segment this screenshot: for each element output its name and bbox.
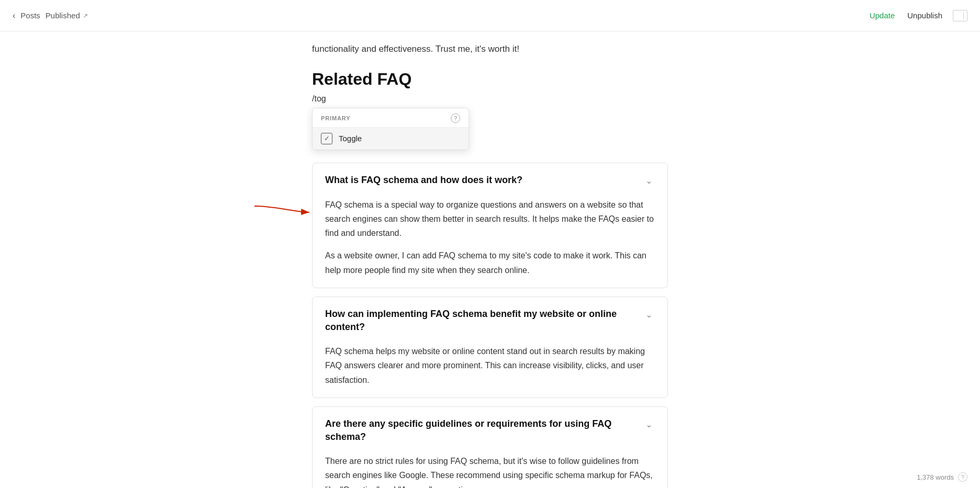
faq-item-2: How can implementing FAQ schema benefit …: [312, 297, 668, 398]
dropdown-help-icon[interactable]: ?: [451, 114, 460, 123]
dropdown-section-label: PRIMARY: [321, 115, 350, 121]
top-navigation: ‹ Posts Published ↗ Update Unpublish: [0, 0, 980, 31]
faq-question-2: How can implementing FAQ schema benefit …: [325, 308, 642, 334]
faq-question-1: What is FAQ schema and how does it work?: [325, 174, 642, 187]
faq-question-3: Are there any specific guidelines or req…: [325, 417, 642, 444]
word-count: 1,378 words: [917, 473, 954, 481]
toggle-option[interactable]: Toggle: [313, 128, 469, 150]
word-count-help-icon[interactable]: ?: [958, 472, 967, 482]
command-dropdown: PRIMARY ? Toggle: [312, 108, 469, 150]
red-arrow-indicator: [249, 201, 312, 224]
faq-answer-1: FAQ schema is a special way to organize …: [313, 198, 667, 288]
faq-chevron-3: ⌄: [642, 418, 655, 431]
faq-question-row-3[interactable]: Are there any specific guidelines or req…: [313, 407, 667, 454]
faq-answer-1-p2: As a website owner, I can add FAQ schema…: [325, 248, 655, 277]
faq-chevron-2: ⌄: [642, 309, 655, 321]
faq-question-row-2[interactable]: How can implementing FAQ schema benefit …: [313, 297, 667, 344]
faq-answer-1-p1: FAQ schema is a special way to organize …: [325, 198, 655, 241]
faq-answer-3-p1: There are no strict rules for using FAQ …: [325, 454, 655, 488]
published-status: Published ↗: [46, 11, 88, 20]
nav-left: ‹ Posts Published ↗: [13, 11, 88, 20]
external-link-icon[interactable]: ↗: [83, 12, 88, 19]
main-content: functionality and effectiveness. Trust m…: [0, 31, 980, 488]
nav-right: Update Unpublish: [867, 8, 967, 23]
section-heading: Related FAQ: [312, 70, 668, 89]
dropdown-header: PRIMARY ?: [313, 108, 469, 128]
toggle-label: Toggle: [339, 134, 362, 143]
toggle-icon: [321, 133, 332, 144]
dropdown-container: PRIMARY ? Toggle: [312, 108, 668, 150]
faq-item-3: Are there any specific guidelines or req…: [312, 406, 668, 488]
faq-answer-2: FAQ schema helps my website or online co…: [313, 344, 667, 398]
word-count-bar: 1,378 words ?: [904, 466, 980, 488]
faq-items-container: What is FAQ schema and how does it work?…: [312, 163, 668, 488]
published-label: Published: [46, 11, 80, 20]
cropped-paragraph: functionality and effectiveness. Trust m…: [312, 42, 668, 57]
unpublish-button[interactable]: Unpublish: [905, 8, 944, 23]
editor-area: functionality and effectiveness. Trust m…: [312, 31, 668, 488]
sidebar-toggle-button[interactable]: [953, 10, 967, 21]
faq-answer-2-p1: FAQ schema helps my website or online co…: [325, 344, 655, 387]
command-input-line[interactable]: /tog: [312, 94, 668, 104]
faq-question-row-1[interactable]: What is FAQ schema and how does it work?…: [313, 163, 667, 198]
faq-answer-3: There are no strict rules for using FAQ …: [313, 454, 667, 488]
faq-chevron-1: ⌄: [642, 175, 655, 187]
back-button[interactable]: ‹: [13, 11, 15, 20]
faq-item-1: What is FAQ schema and how does it work?…: [312, 163, 668, 288]
update-button[interactable]: Update: [867, 8, 897, 23]
posts-link[interactable]: Posts: [20, 11, 40, 20]
